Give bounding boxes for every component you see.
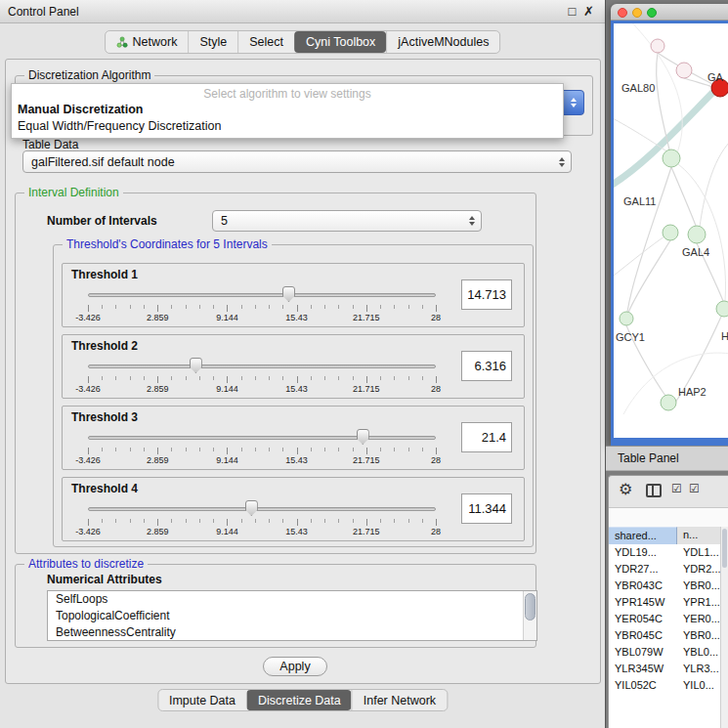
- cell-name: YBR0...: [677, 578, 720, 594]
- minimize-traffic-light[interactable]: [632, 8, 642, 18]
- control-panel-body: Discretization Algorithm Select algorith…: [5, 59, 601, 684]
- tab-style[interactable]: Style: [188, 31, 237, 53]
- zoom-traffic-light[interactable]: [647, 8, 657, 18]
- interval-definition-group-title: Interval Definition: [24, 186, 123, 199]
- threshold-3-value-field[interactable]: 21.4: [461, 422, 512, 452]
- algorithm-option-manual-discretization[interactable]: Manual Discretization: [12, 102, 563, 118]
- list-scrollbar[interactable]: [523, 591, 536, 640]
- arrow-down-icon: [571, 104, 577, 107]
- table-row[interactable]: YBR045CYBR0...: [609, 627, 720, 644]
- attributes-group: Attributes to discretize Numerical Attri…: [15, 564, 536, 648]
- scale-tick-label: 9.144: [216, 527, 238, 536]
- list-scrollbar-thumb[interactable]: [525, 593, 535, 621]
- tab-label: Style: [199, 35, 227, 49]
- table-data-selected: galFiltered.sif default node: [31, 155, 175, 169]
- table-data-combobox[interactable]: galFiltered.sif default node: [22, 150, 572, 173]
- float-window-icon[interactable]: □: [564, 4, 580, 19]
- select-columns-icon[interactable]: ☑: [671, 482, 682, 495]
- table-row[interactable]: YDL19...YDL1...: [609, 544, 720, 561]
- close-window-icon[interactable]: ✗: [580, 4, 597, 19]
- bottom-tab-infer-network[interactable]: Infer Network: [352, 690, 447, 710]
- threshold-1-value-field[interactable]: 14.713: [461, 279, 512, 310]
- network-node[interactable]: [663, 150, 680, 167]
- network-node[interactable]: [716, 301, 728, 317]
- threshold-coordinates-group-title: Threshold's Coordinates for 5 Intervals: [63, 237, 272, 251]
- table-row[interactable]: YER054CYER0...: [609, 611, 720, 627]
- slider-major-ticks: [88, 448, 437, 454]
- table-row[interactable]: YBL079WYBL0...: [609, 644, 720, 661]
- slider-thumb[interactable]: [245, 500, 258, 516]
- table-row[interactable]: YLR345WYLR3...: [609, 661, 720, 677]
- table-row[interactable]: YBR043CYBR0...: [609, 578, 720, 594]
- column-manager-icon[interactable]: [646, 484, 662, 497]
- threshold-1-label: Threshold 1: [71, 268, 138, 281]
- column-header-1[interactable]: shared...: [609, 527, 677, 544]
- scale-tick-label: 21.715: [353, 527, 380, 536]
- network-node[interactable]: [688, 226, 706, 243]
- network-node[interactable]: [661, 395, 676, 410]
- threshold-4-value-field[interactable]: 11.344: [461, 493, 512, 524]
- network-edge: [671, 167, 696, 226]
- table-row[interactable]: YPR145WYPR1...: [609, 594, 720, 611]
- slider-major-ticks: [88, 376, 437, 383]
- tab-label: jActiveMNodules: [398, 35, 489, 49]
- scale-tick-label: 28: [431, 384, 441, 394]
- slider-major-ticks: [88, 519, 437, 526]
- threshold-3-label: Threshold 3: [71, 410, 138, 424]
- select-rows-icon[interactable]: ☑: [689, 482, 700, 495]
- network-canvas[interactable]: GAL80GAGAL11GAL4GCY1HHAP2: [614, 23, 728, 438]
- tab-jactivemnodules[interactable]: jActiveMNodules: [386, 31, 499, 53]
- scale-tick-label: 9.144: [216, 455, 238, 465]
- close-traffic-light[interactable]: [618, 8, 627, 18]
- attribute-item-betweennesscentrality[interactable]: BetweennessCentrality: [48, 624, 536, 641]
- bottom-tab-impute-data[interactable]: Impute Data: [158, 690, 246, 710]
- cell-shared-name: YDL19...: [609, 544, 677, 561]
- threshold-4-slider[interactable]: [88, 497, 436, 517]
- tab-network[interactable]: Network: [106, 31, 189, 53]
- table-row[interactable]: YDR27...YDR2...: [609, 561, 720, 578]
- threshold-1-slider[interactable]: [88, 283, 436, 303]
- threshold-2-panel: Threshold 2-3.4262.8599.14415.4321.71528…: [62, 334, 525, 399]
- attribute-item-selfloops[interactable]: SelfLoops: [48, 591, 536, 608]
- slider-scale-labels: -3.4262.8599.14415.4321.71528: [88, 455, 436, 466]
- slider-scale-labels: -3.4262.8599.14415.4321.71528: [88, 527, 436, 537]
- number-of-intervals-combobox[interactable]: 5: [212, 210, 482, 232]
- control-panel-window: Control Panel □ ✗ NetworkStyleSelectCyni…: [0, 0, 606, 728]
- tab-label: Cyni Toolbox: [306, 35, 375, 49]
- network-node[interactable]: [620, 312, 633, 325]
- screen: Control Panel □ ✗ NetworkStyleSelectCyni…: [0, 0, 728, 728]
- table-scrollbar[interactable]: [720, 527, 728, 728]
- tab-cyni-toolbox[interactable]: Cyni Toolbox: [294, 31, 386, 53]
- combobox-arrows-icon: [469, 216, 475, 226]
- scale-tick-label: 15.43: [285, 455, 308, 465]
- threshold-2-slider[interactable]: [88, 355, 436, 374]
- network-node[interactable]: [676, 63, 692, 78]
- scale-tick-label: 2.859: [147, 384, 169, 394]
- threshold-3-slider[interactable]: [88, 426, 436, 446]
- slider-thumb[interactable]: [282, 286, 295, 302]
- network-node-label: H: [721, 330, 728, 342]
- cell-name: YIL0...: [677, 677, 720, 694]
- combobox-arrow-button[interactable]: [563, 90, 584, 115]
- algorithm-option-equal-width-frequency-discretization[interactable]: Equal Width/Frequency Discretization: [12, 118, 563, 135]
- apply-button[interactable]: Apply: [263, 657, 327, 676]
- scale-tick-label: -3.426: [75, 455, 101, 465]
- tab-select[interactable]: Select: [237, 31, 294, 53]
- network-node[interactable]: [663, 225, 678, 240]
- network-node[interactable]: [651, 39, 664, 53]
- table-rows: YDL19...YDL1...YDR27...YDR2...YBR043CYBR…: [609, 544, 720, 728]
- threshold-2-value-field[interactable]: 6.316: [461, 351, 512, 381]
- table-row[interactable]: YIL052CYIL0...: [609, 677, 720, 694]
- bottom-tab-discretize-data[interactable]: Discretize Data: [246, 690, 352, 710]
- table-panel-header: Table Panel: [606, 446, 728, 471]
- scale-tick-label: 21.715: [353, 313, 380, 322]
- slider-thumb[interactable]: [190, 358, 202, 373]
- gear-icon[interactable]: ⚙: [619, 480, 632, 498]
- scale-tick-label: 21.715: [353, 384, 380, 394]
- cell-shared-name: YLR345W: [609, 661, 677, 677]
- attribute-item-topologicalcoefficient[interactable]: TopologicalCoefficient: [48, 608, 536, 624]
- network-edge: [700, 141, 728, 227]
- table-scrollbar-thumb[interactable]: [722, 529, 727, 568]
- slider-thumb[interactable]: [357, 429, 369, 445]
- network-window: GAL80GAGAL11GAL4GCY1HHAP2: [611, 4, 728, 446]
